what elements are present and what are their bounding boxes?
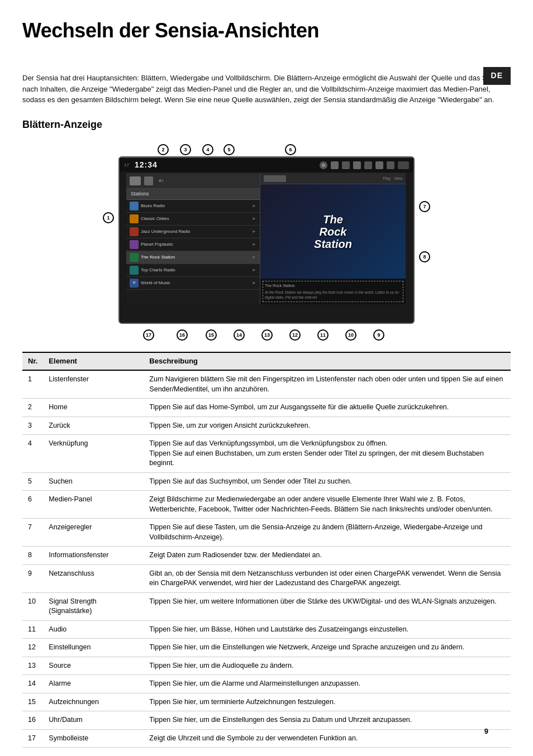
cell-description: Zeigt Bildschirme zur Medienwiedergabe a… xyxy=(144,491,511,519)
cell-element: Aufzeichnungen xyxy=(43,693,144,711)
cell-description: Zeigt die Uhrzeit und die Symbole zu der… xyxy=(144,729,511,748)
section-title: Blättern-Anzeige xyxy=(22,118,511,132)
cell-nr: 4 xyxy=(22,435,43,473)
list-item: Jazz Underground Radio ► xyxy=(126,226,260,238)
callout-14: 14 xyxy=(234,329,245,341)
cell-element: Informationsfenster xyxy=(43,547,144,565)
media-panel: Play View The Rock Station xyxy=(260,173,406,304)
cell-description: Tippen Sie hier, um die Einstellungen de… xyxy=(144,711,511,730)
list-item: W World of Music ► xyxy=(126,277,260,290)
table-row: 9NetzanschlussGibt an, ob der Sensia mit… xyxy=(22,564,511,592)
cell-nr: 12 xyxy=(22,639,43,657)
page-number: 9 xyxy=(484,726,488,736)
col-header-nr: Nr. xyxy=(22,352,43,370)
cell-element: Listenfenster xyxy=(43,370,144,399)
cell-nr: 11 xyxy=(22,620,43,639)
cell-element: Einstellungen xyxy=(43,639,144,657)
table-row: 8InformationsfensterZeigt Daten zum Radi… xyxy=(22,547,511,565)
callout-3: 3 xyxy=(180,144,191,155)
cell-nr: 5 xyxy=(22,472,43,491)
cell-nr: 8 xyxy=(22,547,43,565)
table-row: 17SymbolleisteZeigt die Uhrzeit und die … xyxy=(22,729,511,748)
callout-6: 6 xyxy=(285,144,296,155)
cell-description: Tippen Sie hier, um die Audioquelle zu ä… xyxy=(144,657,511,675)
col-header-desc: Beschreibung xyxy=(144,352,511,370)
list-toolbar: A↕ xyxy=(126,173,260,189)
table-row: 11AudioTippen Sie hier, um Bässe, Höhen … xyxy=(22,620,511,639)
cell-element: Source xyxy=(43,657,144,675)
cell-element: Medien-Panel xyxy=(43,491,144,519)
callout-8: 8 xyxy=(419,251,430,262)
cell-description: Zeigt Daten zum Radiosender bzw. der Med… xyxy=(144,547,511,565)
list-item: Top Charts Radio ► xyxy=(126,264,260,277)
cell-nr: 13 xyxy=(22,657,43,675)
cell-description: Tippen Sie auf das Verknüpfungssymbol, u… xyxy=(144,435,511,473)
cell-description: Gibt an, ob der Sensia mit dem Netzansch… xyxy=(144,564,511,592)
cell-nr: 9 xyxy=(22,564,43,592)
col-header-element: Element xyxy=(43,352,144,370)
cell-nr: 2 xyxy=(22,399,43,417)
callout-11: 11 xyxy=(317,329,329,341)
cell-nr: 10 xyxy=(22,592,43,620)
callout-1: 1 xyxy=(103,212,114,223)
cell-description: Tippen Sie, um zur vorigen Ansicht zurüc… xyxy=(144,417,511,435)
table-row: 16Uhr/DatumTippen Sie hier, um die Einst… xyxy=(22,711,511,730)
callout-7: 7 xyxy=(419,201,430,212)
cell-nr: 7 xyxy=(22,519,43,547)
cell-element: Zurück xyxy=(43,417,144,435)
cell-description: Tippen Sie hier, um Bässe, Höhen und Lau… xyxy=(144,620,511,639)
cell-element: Signal Strength (Signalstärke) xyxy=(43,592,144,620)
de-badge: DE xyxy=(483,67,511,85)
device-body: A↕ Stations Blues Radio ► Classic Oldi xyxy=(118,156,415,324)
callout-13: 13 xyxy=(261,329,273,341)
callout-16: 16 xyxy=(177,329,188,341)
cell-description: Zum Navigieren blättern Sie mit den Fing… xyxy=(144,370,511,399)
intro-text: Der Sensia hat drei Hauptansichten: Blät… xyxy=(22,73,511,106)
cell-element: Uhr/Datum xyxy=(43,711,144,730)
status-bar: 17 12:34 xyxy=(120,157,413,172)
table-row: 3ZurückTippen Sie, um zur vorigen Ansich… xyxy=(22,417,511,435)
list-panel: A↕ Stations Blues Radio ► Classic Oldi xyxy=(126,173,260,304)
table-row: 5SuchenTippen Sie auf das Suchsymbol, um… xyxy=(22,472,511,491)
table-row: 7AnzeigereglerTippen Sie auf diese Taste… xyxy=(22,519,511,547)
cell-description: Tippen Sie auf das Suchsymbol, um Sender… xyxy=(144,472,511,491)
cell-element: Suchen xyxy=(43,472,144,491)
time-display: 12:34 xyxy=(135,160,158,171)
reference-table: Nr. Element Beschreibung 1ListenfensterZ… xyxy=(22,352,511,748)
cell-element: Home xyxy=(43,399,144,417)
cell-nr: 3 xyxy=(22,417,43,435)
cell-element: Audio xyxy=(43,620,144,639)
table-row: 15AufzeichnungenTippen Sie hier, um term… xyxy=(22,693,511,711)
callout-5: 5 xyxy=(223,144,235,155)
cell-description: Tippen Sie hier, um die Einstellungen wi… xyxy=(144,639,511,657)
list-item: Planet Poptastic ► xyxy=(126,238,260,251)
list-item: Blues Radio ► xyxy=(126,200,260,213)
rock-station-text: The Rock Station xyxy=(314,213,352,250)
media-toolbar: Play View xyxy=(260,173,406,184)
callout-15: 15 xyxy=(206,329,217,341)
cell-element: Symbolleiste xyxy=(43,729,144,748)
cell-description: Tippen Sie hier, um weitere Informatione… xyxy=(144,592,511,620)
table-row: 2HomeTippen Sie auf das Home-Symbol, um … xyxy=(22,399,511,417)
cell-nr: 17 xyxy=(22,729,43,748)
cell-description: Tippen Sie auf das Home-Symbol, um zur A… xyxy=(144,399,511,417)
list-item: The Rock Station ► xyxy=(126,251,260,264)
table-row: 4VerknüpfungTippen Sie auf das Verknüpfu… xyxy=(22,435,511,473)
cell-nr: 14 xyxy=(22,675,43,693)
table-row: 12EinstellungenTippen Sie hier, um die E… xyxy=(22,639,511,657)
callout-12: 12 xyxy=(289,329,301,341)
info-window: The Rock Station At the Rock Station we … xyxy=(263,281,403,302)
callout-9: 9 xyxy=(373,329,384,341)
device-screen: A↕ Stations Blues Radio ► Classic Oldi xyxy=(126,173,406,304)
callout-17: 17 xyxy=(143,329,154,341)
cell-element: Verknüpfung xyxy=(43,435,144,473)
callout-10: 10 xyxy=(345,329,356,341)
device-illustration: 2 3 4 5 6 1 7 8 xyxy=(22,140,511,324)
table-row: 13SourceTippen Sie hier, um die Audioque… xyxy=(22,657,511,675)
page-title: Wechseln der Sensia-Ansichten xyxy=(22,17,511,45)
cell-nr: 16 xyxy=(22,711,43,730)
cell-description: Tippen Sie hier, um die Alarme und Alarm… xyxy=(144,675,511,693)
cell-description: Tippen Sie hier, um terminierte Aufzeich… xyxy=(144,693,511,711)
callout-4: 4 xyxy=(202,144,213,155)
cell-nr: 1 xyxy=(22,370,43,399)
